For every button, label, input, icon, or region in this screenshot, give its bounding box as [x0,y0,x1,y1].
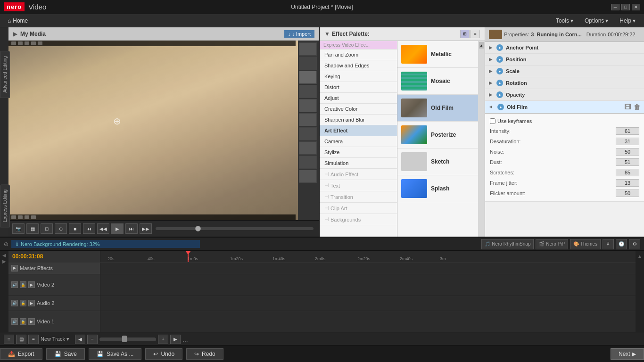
audio-effect-item[interactable]: ⊣Audio Effect [320,169,397,180]
help-menu[interactable]: Help ▾ [615,16,640,25]
minimize-button[interactable]: ─ [611,4,619,10]
zoom-in-button[interactable]: + [158,335,168,344]
express-video-item[interactable]: Express Video Effec... [320,41,397,49]
audio2-expand-button[interactable]: ▶ [28,300,35,306]
clip-art-item[interactable]: ⊣Clip Art [320,203,397,214]
help-label: Help [619,17,631,24]
posterize-effect[interactable]: Posterize [397,122,485,148]
use-keyframes-checkbox[interactable] [490,118,495,124]
text-item[interactable]: ⊣Text [320,180,397,191]
adjust-item[interactable]: Adjust [320,93,397,104]
save-button[interactable]: 💾 Save [46,348,85,360]
render-button[interactable]: ▦ [26,223,39,234]
prev-clip-button[interactable]: ◀ [75,335,85,344]
clock-button[interactable]: 🕐 [616,239,627,249]
add-track-button[interactable]: ≡ [4,335,14,344]
opacity-header[interactable]: ▶ ● Opacity [485,89,644,100]
export-button[interactable]: 📤 Export [0,348,42,360]
zoom-slider[interactable] [99,337,156,341]
flicker-value[interactable]: 50 [616,189,639,197]
rotation-header[interactable]: ▶ ● Rotation [485,77,644,89]
scroll-down-icon[interactable]: ▶ [2,259,6,264]
rewind-button[interactable]: ◀◀ [97,223,109,234]
delete-old-film-button[interactable]: 🗑 [634,103,640,111]
record-button[interactable]: 🎙 [603,239,614,249]
old-film-header[interactable]: ▼ ● Old Film 🎞 🗑 [485,101,644,114]
video1-speaker-icon[interactable]: 🔊 [11,318,18,325]
backgrounds-item[interactable]: ⊣Backgrounds [320,214,397,225]
undo-button[interactable]: ↩ Undo [145,348,182,360]
video2-expand-button[interactable]: ▶ [28,281,35,288]
maximize-button[interactable]: □ [621,4,630,10]
dust-value[interactable]: 51 [616,158,639,166]
pip-button[interactable]: 🎬 Nero PiP [536,239,568,249]
keying-item[interactable]: Keying [320,71,397,82]
themes-button[interactable]: 🎨 Themes [570,239,601,249]
next-frame-button[interactable]: ⏭ [125,223,138,234]
next-clip-button[interactable]: ▶ [170,335,181,344]
noise-value[interactable]: 50 [616,148,639,156]
advanced-editing-tab[interactable]: Advanced Editing [0,51,10,98]
shadow-edges-item[interactable]: Shadow and Edges [320,60,397,71]
tools-arrow-icon: ▾ [570,17,573,24]
save-as-button[interactable]: 💾 Save As ... [89,348,141,360]
import-button[interactable]: ↓ ↓ Import [284,30,314,38]
scroll-up-button[interactable]: ▲ [637,254,642,259]
stylize-item[interactable]: Stylize [320,147,397,158]
zoom-out-button[interactable]: − [87,335,98,344]
redo-button[interactable]: ↪ Redo [186,348,223,360]
position-header[interactable]: ▶ ● Position [485,54,644,65]
simulation-item[interactable]: Simulation [320,158,397,169]
settings-button[interactable]: ⚙ [629,239,640,249]
grid-view-button[interactable]: ⊞ [460,30,470,38]
frame-jitter-value[interactable]: 13 [616,179,639,187]
video2-mute-button[interactable]: 🔊 [11,281,18,288]
playback-slider[interactable] [156,227,314,230]
track-option-button[interactable]: = [28,335,39,344]
express-editing-tab[interactable]: Express Editing [0,184,10,227]
splash-effect[interactable]: Splash [397,175,485,202]
track-settings-button[interactable]: ▤ [16,335,26,344]
stop-button[interactable]: ■ [69,223,81,234]
pan-zoom-item[interactable]: Pan and Zoom [320,49,397,60]
snapshot-button[interactable]: ⊙ [55,223,67,234]
transition-item[interactable]: ⊣Transition [320,191,397,203]
metallic-effect[interactable]: Metallic [397,41,485,68]
audio2-lock-button[interactable]: 🔒 [20,300,26,306]
list-view-button[interactable]: ≡ [471,30,480,38]
options-menu[interactable]: Options ▾ [580,16,613,25]
oldfilm-effect[interactable]: Old Film [397,95,485,122]
scale-header[interactable]: ▶ ● Scale [485,66,644,77]
screenshot-button[interactable]: 📷 [12,223,25,234]
intensity-value[interactable]: 61 [616,127,639,135]
play-button[interactable]: ▶ [111,223,124,234]
mosaic-effect[interactable]: Mosaic [397,68,485,95]
fast-forward-button[interactable]: ▶▶ [140,223,152,234]
master-expand-button[interactable]: ▶ [11,265,18,272]
sketch-effect[interactable]: Sketch [397,148,485,175]
tools-menu[interactable]: Tools ▾ [551,16,578,25]
anchor-point-header[interactable]: ▶ ● Anchor Point [485,42,644,53]
scratches-value[interactable]: 85 [616,169,639,176]
sharpen-blur-item[interactable]: Sharpen and Blur [320,115,397,125]
next-button[interactable]: Next ▶ [611,348,644,360]
audio2-speaker-icon[interactable]: 🔊 [11,300,18,306]
split-button[interactable]: ⊡ [41,223,53,234]
video1-expand-button[interactable]: ▶ [28,318,35,325]
art-effect-item[interactable]: Art Effect [320,125,397,136]
home-label: Home [13,17,28,24]
video2-lock-button[interactable]: 🔒 [20,281,26,288]
scroll-up-icon[interactable]: ◀ [2,253,6,258]
desaturation-value[interactable]: 31 [616,138,639,145]
camera-item[interactable]: Camera [320,136,397,147]
home-menu[interactable]: ⌂ Home [4,16,32,25]
rhythmsnap-button[interactable]: 🎵 Nero RhythmSnap [481,239,534,249]
close-button[interactable]: ✕ [632,4,640,10]
creative-color-item[interactable]: Creative Color [320,104,397,115]
timeline-scrollbar-right[interactable]: ▲ [636,251,644,333]
effects-scrollbar[interactable]: ▲ [478,41,485,237]
opacity-arrow-icon: ▶ [489,92,492,97]
distort-item[interactable]: Distort [320,82,397,93]
video1-lock-button[interactable]: 🔒 [20,318,26,325]
prev-frame-button[interactable]: ⏮ [83,223,95,234]
